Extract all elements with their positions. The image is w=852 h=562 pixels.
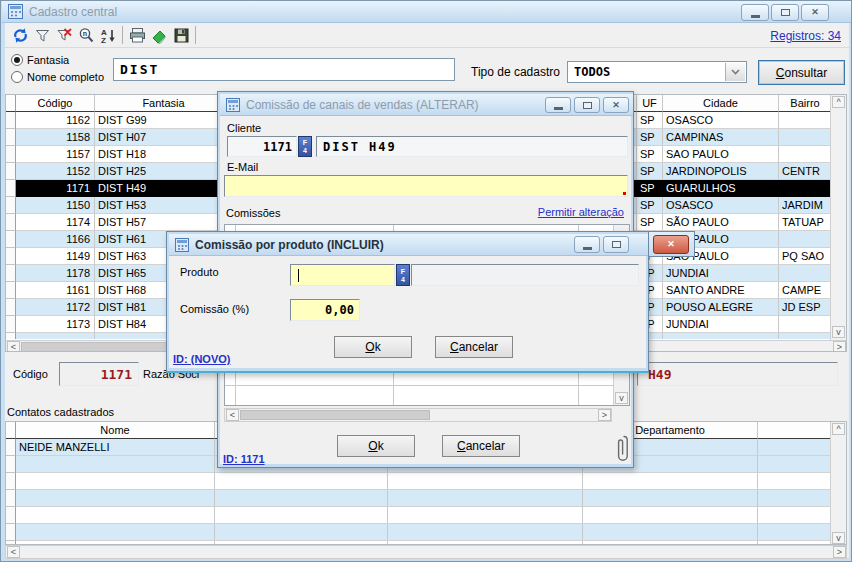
vertical-scrollbar[interactable]: ^ v <box>830 95 846 340</box>
scroll-right-icon[interactable]: > <box>598 409 611 421</box>
cell[interactable] <box>215 490 388 507</box>
cell[interactable]: SP <box>637 146 663 163</box>
column-header[interactable]: Bairro <box>779 95 832 112</box>
cell[interactable]: 1157 <box>16 146 95 163</box>
table-row[interactable] <box>6 490 846 507</box>
maximize-button[interactable] <box>603 236 629 253</box>
cell[interactable]: SP <box>637 112 663 129</box>
cell[interactable] <box>215 524 388 541</box>
cell[interactable]: DIST G99 <box>95 112 233 129</box>
row-selector[interactable] <box>6 299 16 316</box>
cell[interactable]: 1174 <box>16 214 95 231</box>
cell[interactable]: DIST H25 <box>95 163 233 180</box>
column-header[interactable]: Fantasia <box>95 95 233 112</box>
cell[interactable]: SP <box>637 180 663 197</box>
cell[interactable]: 1166 <box>16 231 95 248</box>
cell[interactable] <box>16 473 215 490</box>
save-icon[interactable] <box>170 25 192 45</box>
cell[interactable] <box>779 146 832 163</box>
horizontal-scrollbar[interactable]: < > <box>5 545 847 559</box>
row-selector[interactable] <box>6 524 16 541</box>
ok-button[interactable]: Ok <box>334 336 412 358</box>
scroll-right-icon[interactable]: > <box>833 341 846 352</box>
cell[interactable]: DIST H49 <box>95 180 233 197</box>
cell[interactable]: 1149 <box>16 248 95 265</box>
cell[interactable]: 1173 <box>16 316 95 333</box>
scroll-down-icon[interactable]: v <box>615 392 628 404</box>
row-selector[interactable] <box>6 473 16 490</box>
cell[interactable] <box>758 524 832 541</box>
f4-lookup-button[interactable]: F4 <box>298 136 312 157</box>
cell[interactable]: 1150 <box>16 197 95 214</box>
clear-filter-icon[interactable] <box>53 25 75 45</box>
cell[interactable]: 1161 <box>16 282 95 299</box>
cell[interactable] <box>583 473 758 490</box>
cell[interactable]: JD ESP <box>779 299 832 316</box>
cell[interactable]: 1178 <box>16 265 95 282</box>
minimize-button[interactable] <box>741 4 769 21</box>
cell[interactable]: JARDINOPOLIS <box>663 163 779 180</box>
cell[interactable] <box>779 112 832 129</box>
cell[interactable]: DIST H53 <box>95 197 233 214</box>
cell[interactable] <box>583 507 758 524</box>
row-selector[interactable] <box>6 163 16 180</box>
cell[interactable]: CAMPE <box>779 282 832 299</box>
cell[interactable]: JARDIM <box>779 197 832 214</box>
filter-icon[interactable] <box>31 25 53 45</box>
close-button[interactable]: ✕ <box>653 235 689 254</box>
column-header[interactable] <box>758 422 832 439</box>
print-icon[interactable] <box>126 25 148 45</box>
row-selector[interactable] <box>6 214 16 231</box>
maximize-button[interactable] <box>574 97 600 113</box>
horizontal-scrollbar[interactable]: < > <box>224 408 612 422</box>
radio-fantasia-label[interactable]: Fantasia <box>27 54 69 66</box>
maximize-button[interactable] <box>771 4 799 21</box>
delete-icon[interactable] <box>148 25 170 45</box>
row-selector[interactable] <box>6 248 16 265</box>
row-selector[interactable] <box>6 146 16 163</box>
row-selector[interactable] <box>6 197 16 214</box>
registros-link[interactable]: Registros: 34 <box>770 29 841 43</box>
cell[interactable] <box>388 473 583 490</box>
cell[interactable] <box>583 490 758 507</box>
scroll-left-icon[interactable]: < <box>226 409 239 421</box>
cell[interactable]: OSASCO <box>663 112 779 129</box>
row-selector[interactable] <box>6 439 16 456</box>
cell[interactable] <box>16 456 215 473</box>
cell[interactable]: 1162 <box>16 112 95 129</box>
minimize-button[interactable] <box>574 236 600 253</box>
cell[interactable] <box>388 524 583 541</box>
cell[interactable]: 1171 <box>16 180 95 197</box>
permitir-alteracao-link[interactable]: Permitir alteração <box>538 206 624 218</box>
cell[interactable] <box>388 490 583 507</box>
scroll-left-icon[interactable]: < <box>7 546 20 558</box>
cell[interactable] <box>758 473 832 490</box>
cell[interactable] <box>779 316 832 333</box>
cell[interactable] <box>583 524 758 541</box>
row-selector[interactable] <box>6 180 16 197</box>
cell[interactable] <box>758 456 832 473</box>
row-selector[interactable] <box>6 282 16 299</box>
row-selector[interactable] <box>6 112 16 129</box>
radio-nome-completo[interactable] <box>11 71 23 83</box>
cell[interactable]: 1172 <box>16 299 95 316</box>
cell[interactable] <box>779 333 832 339</box>
id-link[interactable]: ID: (NOVO) <box>173 353 230 365</box>
radio-fantasia[interactable] <box>11 54 23 66</box>
scroll-down-icon[interactable]: v <box>832 326 845 338</box>
produto-input[interactable] <box>290 264 395 286</box>
cell[interactable]: OSASCO <box>663 197 779 214</box>
column-header[interactable]: Código <box>16 95 95 112</box>
close-button[interactable]: ✕ <box>603 97 629 113</box>
row-selector[interactable] <box>6 129 16 146</box>
cliente-name-field[interactable]: DIST H49 <box>316 136 628 157</box>
cell[interactable]: SANTO ANDRE <box>663 282 779 299</box>
f4-lookup-button[interactable]: F4 <box>396 264 410 286</box>
comissao-input[interactable]: 0,00 <box>290 299 360 321</box>
id-link[interactable]: ID: 1171 <box>223 453 265 465</box>
cell[interactable]: CENTR <box>779 163 832 180</box>
row-selector[interactable] <box>6 333 16 339</box>
cell[interactable]: SP <box>637 163 663 180</box>
row-selector[interactable] <box>6 490 16 507</box>
cancelar-button[interactable]: Cancelar <box>442 435 520 457</box>
